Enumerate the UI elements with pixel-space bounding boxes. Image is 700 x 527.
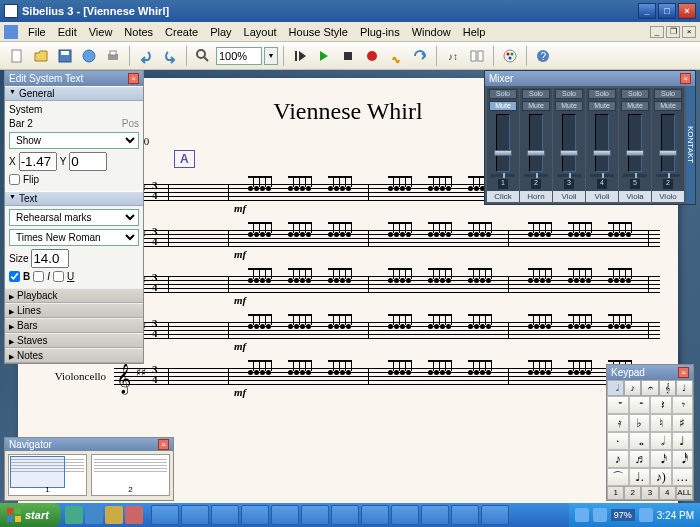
mixer-close[interactable]: ×: [680, 73, 691, 84]
keypad-tab[interactable]: 𝅗𝅥: [607, 380, 624, 396]
keypad-header[interactable]: Keypad×: [607, 365, 693, 380]
keypad-close[interactable]: ×: [678, 367, 689, 378]
text-style-select[interactable]: Rehearsal marks: [9, 209, 139, 226]
staff[interactable]: 𝄞 ♯♯ 34 mf: [114, 218, 660, 258]
keypad-button[interactable]: ♯: [672, 414, 694, 432]
play-button[interactable]: [313, 45, 335, 67]
menu-house-style[interactable]: House Style: [283, 24, 354, 40]
pan-slider[interactable]: [590, 174, 614, 177]
taskbar-button[interactable]: [421, 505, 449, 525]
section-playback[interactable]: ▶Playback: [5, 288, 143, 303]
volume-fader[interactable]: [562, 114, 576, 172]
bold-checkbox[interactable]: [9, 271, 20, 282]
solo-button[interactable]: Solo: [489, 89, 517, 99]
menu-view[interactable]: View: [83, 24, 119, 40]
export-button[interactable]: [78, 45, 100, 67]
pan-slider[interactable]: [656, 174, 680, 177]
menu-notes[interactable]: Notes: [118, 24, 159, 40]
underline-checkbox[interactable]: [53, 271, 64, 282]
ql-icon-3[interactable]: [105, 506, 123, 524]
measure-area[interactable]: mf: [168, 310, 660, 350]
taskbar-button[interactable]: [451, 505, 479, 525]
transpose-button[interactable]: ♪↕: [442, 45, 464, 67]
keypad-button[interactable]: …: [672, 468, 694, 486]
menu-layout[interactable]: Layout: [238, 24, 283, 40]
mute-button[interactable]: Mute: [555, 101, 583, 111]
navigator-page[interactable]: 1: [8, 454, 87, 496]
menu-window[interactable]: Window: [406, 24, 457, 40]
flip-checkbox[interactable]: [9, 174, 20, 185]
measure-area[interactable]: mf: [168, 356, 660, 396]
doc-icon[interactable]: [4, 25, 18, 39]
maximize-button[interactable]: □: [658, 3, 676, 19]
keypad-voice-button[interactable]: 1: [607, 486, 624, 500]
keypad-voice-button[interactable]: ALL: [676, 486, 693, 500]
new-button[interactable]: [6, 45, 28, 67]
zoom-tool-button[interactable]: [192, 45, 214, 67]
mdi-minimize[interactable]: _: [650, 26, 664, 38]
color-button[interactable]: [499, 45, 521, 67]
x-input[interactable]: [19, 152, 57, 171]
keypad-button[interactable]: ♪: [607, 450, 629, 468]
keypad-button[interactable]: ♭: [629, 414, 651, 432]
mute-button[interactable]: Mute: [588, 101, 616, 111]
volume-fader[interactable]: [496, 114, 510, 172]
menu-file[interactable]: File: [22, 24, 52, 40]
keypad-button[interactable]: ♩: [672, 432, 694, 450]
taskbar-button[interactable]: [481, 505, 509, 525]
mdi-close[interactable]: ×: [682, 26, 696, 38]
taskbar-button[interactable]: [241, 505, 269, 525]
keypad-button[interactable]: ♬: [629, 450, 651, 468]
help-button[interactable]: ?: [532, 45, 554, 67]
menu-edit[interactable]: Edit: [52, 24, 83, 40]
font-select[interactable]: Times New Roman: [9, 229, 139, 246]
navigator-page[interactable]: 2: [91, 454, 170, 496]
keypad-button[interactable]: ⌒: [607, 468, 629, 486]
show-select[interactable]: Show: [9, 132, 139, 149]
keypad-voice-button[interactable]: 3: [641, 486, 658, 500]
zoom-dropdown[interactable]: ▼: [264, 47, 278, 65]
save-button[interactable]: [54, 45, 76, 67]
stop-button[interactable]: [337, 45, 359, 67]
taskbar-button[interactable]: [301, 505, 329, 525]
navigator-viewport[interactable]: [10, 456, 65, 488]
properties-header[interactable]: Edit System Text ×: [5, 71, 143, 86]
keypad-button[interactable]: 𝄻: [607, 396, 629, 414]
taskbar-button[interactable]: [181, 505, 209, 525]
section-bars[interactable]: ▶Bars: [5, 318, 143, 333]
record-button[interactable]: [361, 45, 383, 67]
volume-fader[interactable]: [595, 114, 609, 172]
solo-button[interactable]: Solo: [654, 89, 682, 99]
undo-button[interactable]: [135, 45, 157, 67]
start-button[interactable]: start: [0, 503, 61, 527]
mute-button[interactable]: Mute: [522, 101, 550, 111]
parts-button[interactable]: [466, 45, 488, 67]
mixer-side-tab[interactable]: KONTAKT: [686, 86, 695, 204]
keypad-button[interactable]: 𝅗𝅥: [650, 432, 672, 450]
play-start-button[interactable]: [289, 45, 311, 67]
live-playback-button[interactable]: [409, 45, 431, 67]
navigator-header[interactable]: Navigator×: [5, 438, 173, 451]
keypad-voice-button[interactable]: 2: [624, 486, 641, 500]
section-lines[interactable]: ▶Lines: [5, 303, 143, 318]
pan-slider[interactable]: [491, 174, 515, 177]
keypad-tab[interactable]: 𝄐: [641, 380, 658, 396]
mute-button[interactable]: Mute: [489, 101, 517, 111]
staff[interactable]: 𝄞 ♯♯ 34 mf: [114, 264, 660, 304]
taskbar-button[interactable]: [361, 505, 389, 525]
navigator-close[interactable]: ×: [158, 439, 169, 450]
tray-icon[interactable]: [593, 508, 607, 522]
flexi-time-button[interactable]: [385, 45, 407, 67]
section-staves[interactable]: ▶Staves: [5, 333, 143, 348]
keypad-button[interactable]: 𝄿: [607, 414, 629, 432]
minimize-button[interactable]: _: [638, 3, 656, 19]
solo-button[interactable]: Solo: [621, 89, 649, 99]
taskbar-button[interactable]: [391, 505, 419, 525]
keypad-button[interactable]: ·: [607, 432, 629, 450]
volume-fader[interactable]: [628, 114, 642, 172]
keypad-button[interactable]: ♮: [650, 414, 672, 432]
mute-button[interactable]: Mute: [654, 101, 682, 111]
close-button[interactable]: ×: [678, 3, 696, 19]
taskbar-button[interactable]: [271, 505, 299, 525]
measure-area[interactable]: mf: [168, 218, 660, 258]
